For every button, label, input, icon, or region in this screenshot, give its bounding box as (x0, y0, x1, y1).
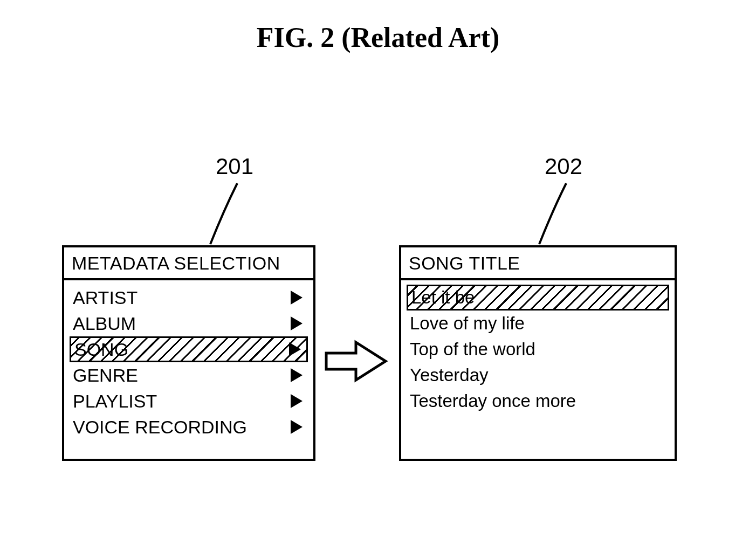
song-item-let-it-be[interactable]: Let it be (407, 285, 669, 311)
panel-header-left: METADATA SELECTION (64, 247, 313, 280)
song-item-label: Let it be (410, 287, 476, 308)
menu-item-genre[interactable]: GENRE (72, 362, 306, 388)
menu-item-label: VOICE RECORDING (72, 417, 248, 438)
figure-title: FIG. 2 (Related Art) (0, 22, 756, 53)
menu-item-album[interactable]: ALBUM (72, 311, 306, 336)
chevron-right-icon (291, 316, 303, 330)
song-item-label: Love of my life (409, 313, 526, 334)
menu-item-label: PLAYLIST (72, 391, 158, 412)
song-item-top-of-the-world[interactable]: Top of the world (409, 336, 667, 362)
leader-line-right (531, 181, 596, 248)
menu-item-song[interactable]: SONG (70, 336, 308, 362)
panel-header-right: SONG TITLE (401, 247, 675, 280)
song-item-testerday-once-more[interactable]: Testerday once more (409, 388, 667, 414)
metadata-menu-list: ARTIST ALBUM SONG GENRE PLAYLIST VOICE R… (64, 280, 313, 444)
ref-numeral-left: 201 (216, 154, 253, 180)
song-item-yesterday[interactable]: Yesterday (409, 362, 667, 388)
song-title-panel: SONG TITLE Let it be Love of my life Top… (399, 245, 677, 461)
chevron-right-icon (291, 420, 303, 434)
menu-item-playlist[interactable]: PLAYLIST (72, 388, 306, 414)
song-item-love-of-my-life[interactable]: Love of my life (409, 311, 667, 336)
song-item-label: Testerday once more (409, 391, 577, 411)
menu-item-voice-recording[interactable]: VOICE RECORDING (72, 414, 306, 440)
song-list: Let it be Love of my life Top of the wor… (401, 280, 675, 418)
metadata-selection-panel: METADATA SELECTION ARTIST ALBUM SONG GEN… (62, 245, 315, 461)
menu-item-artist[interactable]: ARTIST (72, 285, 306, 311)
chevron-right-icon (291, 368, 303, 382)
chevron-right-icon (291, 394, 303, 408)
leader-line-left (202, 181, 267, 248)
menu-item-label: SONG (73, 339, 129, 360)
song-item-label: Top of the world (409, 339, 537, 360)
ref-numeral-right: 202 (545, 154, 582, 180)
menu-item-label: ARTIST (72, 287, 139, 308)
menu-item-label: ALBUM (72, 313, 137, 334)
arrow-right-icon (324, 337, 388, 385)
chevron-right-icon (291, 291, 303, 305)
menu-item-label: GENRE (72, 365, 139, 386)
song-item-label: Yesterday (409, 365, 490, 385)
chevron-right-icon (289, 342, 301, 356)
